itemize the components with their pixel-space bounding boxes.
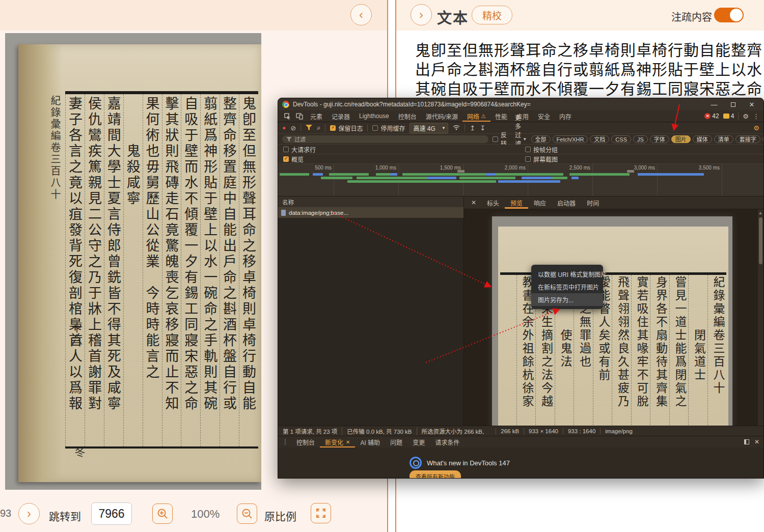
group-by-frame-checkbox[interactable]: 按帧分组 [525, 145, 558, 154]
jump-label: 跳转到 [49, 508, 81, 523]
big-request-rows-checkbox[interactable]: 大请求行 [283, 145, 316, 154]
filter-chip-CSS[interactable]: CSS [611, 135, 631, 143]
next-page-button[interactable]: › [18, 503, 40, 524]
book-scan[interactable]: 紀錄彙編卷三百八十 十六 冬 鬼卽至但無形聲耳命之移卓椅則卓椅行動自能整齊命移置… [5, 33, 261, 490]
disable-cache-checkbox[interactable]: 停用缓存 [372, 124, 405, 132]
dock-panel-icon[interactable] [744, 439, 749, 444]
request-count-summary: 第 1 项请求, 共 23 项 [278, 427, 342, 435]
devtools-tab-性能[interactable]: 性能 [490, 110, 512, 122]
filter-chip-文档[interactable]: 文档 [590, 135, 609, 143]
preserve-log-checkbox[interactable]: 保留日志 [330, 124, 363, 132]
magnifier-plus-icon [157, 508, 168, 519]
filter-funnel-icon[interactable] [306, 124, 312, 132]
context-menu-item[interactable]: 在新标签页中打开图片 [531, 281, 603, 293]
export-har-icon[interactable]: ↧ [480, 124, 485, 132]
inspect-element-icon[interactable] [281, 110, 293, 122]
error-icon: ✕ [704, 113, 711, 119]
search-icon[interactable]: ⌕ [317, 124, 320, 132]
drawer-tab-AI 辅助[interactable]: AI 辅助 [355, 436, 385, 447]
fullscreen-button[interactable] [311, 503, 331, 523]
drawer-tab-请求条件[interactable]: 请求条件 [430, 436, 465, 447]
record-icon[interactable]: ● [282, 124, 286, 131]
preview-tab-启动器[interactable]: 启动器 [552, 197, 581, 209]
devtools-tab-记录器[interactable]: 记录器 [327, 110, 354, 122]
whats-new-title[interactable]: What's new in DevTools 147 [427, 459, 510, 467]
drawer-tab-问题[interactable]: 问题 [385, 436, 407, 447]
spine-title: 紀錄彙編卷三百八十 [48, 95, 63, 201]
devtools-tab-Lighthouse[interactable]: Lighthouse [354, 110, 394, 122]
more-options-icon[interactable]: ⋮ [753, 113, 759, 120]
annotation-toggle[interactable] [714, 8, 744, 22]
options-row-1: 大请求行 按帧分组 [278, 145, 763, 154]
chevron-right-icon: › [27, 507, 31, 521]
zoom-out-button[interactable] [237, 503, 257, 524]
filter-chip-清单[interactable]: 清单 [714, 135, 733, 143]
intrinsic-ratio: 933 : 1640 [563, 428, 601, 434]
context-menu-item[interactable]: 以数据 URI 格式复制图片 [531, 268, 603, 281]
zoom-in-button[interactable] [152, 503, 173, 524]
scroll-up-icon[interactable] [759, 212, 762, 214]
issue-count[interactable]: 4 [723, 113, 734, 120]
network-conditions-icon[interactable] [453, 124, 460, 132]
devtools-titlebar[interactable]: DevTools - guji.nlc.cn/read/book?metadat… [278, 98, 763, 110]
left-header-strip [0, 0, 387, 31]
network-settings-gear-icon[interactable]: ⚙ [753, 124, 759, 132]
drawer-menu-icon[interactable]: ⋮ [279, 436, 291, 447]
filter-chip-Fetch/XHR[interactable]: Fetch/XHR [553, 135, 588, 143]
devtools-tab-网络[interactable]: 网络⚠ [462, 110, 490, 122]
filter-chip-字体[interactable]: 字体 [650, 135, 669, 143]
close-drawer-icon[interactable]: ✕ [754, 438, 759, 445]
devtools-tab-内存[interactable]: 内存 [555, 110, 576, 122]
close-window-button[interactable]: ✕ [744, 101, 759, 108]
filter-chip-JS[interactable]: JS [633, 135, 648, 143]
screenshots-checkbox[interactable]: 屏幕截图 [525, 155, 558, 163]
preview-tab-时间[interactable]: 时间 [581, 197, 605, 209]
caret-down-icon: ▾ [524, 136, 526, 142]
collapse-text-panel-button[interactable]: › [411, 4, 432, 25]
drawer-tab-控制台[interactable]: 控制台 [291, 436, 320, 447]
prev-page-button[interactable]: ‹ [350, 4, 372, 25]
jump-input[interactable] [91, 502, 132, 525]
preview-image[interactable]: 紀錄彙編卷三百八十 閉氣道士嘗見一道士能爲閉氣之身界各不扇動待其齊集實若吸住其喙… [492, 216, 732, 426]
network-overview-timeline[interactable]: 500 ms1,000 ms1,500 ms2,000 ms2,500 ms3,… [278, 164, 763, 197]
drawer-tab-新变化[interactable]: 新变化✕ [320, 436, 355, 447]
overview-checkbox[interactable]: 概览 [283, 155, 304, 163]
maximize-icon [731, 102, 735, 107]
see-all-features-button[interactable]: 查看所有新功能 [410, 470, 461, 478]
device-toolbar-icon[interactable] [293, 110, 306, 122]
devtools-tab-源代码/来源[interactable]: 源代码/来源 [421, 110, 462, 122]
filter-chip-媒体[interactable]: 媒体 [693, 135, 712, 143]
ruler-tick: 3,500 ms [689, 165, 720, 171]
scrollbar-thumb[interactable] [759, 217, 762, 264]
name-column-header[interactable]: 名称 [278, 197, 463, 208]
clear-icon[interactable]: ⊘ [290, 124, 296, 132]
magnifier-minus-icon [241, 508, 253, 519]
settings-gear-icon[interactable]: ⚙ [743, 113, 749, 120]
filter-chip-套接字[interactable]: 套接字 [735, 135, 760, 143]
maximize-button[interactable] [725, 101, 741, 108]
throttle-select[interactable]: 高速 4G ▾ [410, 123, 448, 133]
close-tab-icon[interactable]: ✕ [346, 439, 350, 445]
preview-tab-标头[interactable]: 标头 [481, 197, 505, 209]
drawer-tab-变更[interactable]: 变更 [407, 436, 430, 447]
timeline-bar [427, 177, 456, 179]
devtools-tab-安全[interactable]: 安全 [533, 110, 555, 122]
context-menu-item[interactable]: 图片另存为... [531, 293, 603, 306]
filter-chip-全部[interactable]: 全部 [531, 135, 551, 143]
preview-scrollbar[interactable] [758, 209, 763, 426]
filter-input[interactable]: 过滤 [282, 135, 488, 143]
error-count[interactable]: ✕ 42 [704, 113, 719, 120]
whats-new-drawer: What's new in DevTools 147 查看所有新功能 [278, 447, 763, 478]
filter-chip-图片[interactable]: 图片 [671, 135, 691, 143]
preview-tab-响应[interactable]: 响应 [528, 197, 552, 209]
resource-size-summary: 所选资源大小为 266 kB, [417, 427, 489, 435]
proofread-badge: 精校 [472, 6, 512, 24]
minimize-button[interactable]: — [706, 101, 722, 108]
request-row-selected[interactable]: data:image/png;base... [278, 208, 463, 218]
ruler-tick: 1,500 ms [430, 165, 461, 171]
close-detail-icon[interactable]: ✕ [466, 197, 481, 209]
import-har-icon[interactable]: ↥ [470, 124, 475, 132]
devtools-tab-元素[interactable]: 元素 [306, 110, 327, 122]
devtools-tab-控制台[interactable]: 控制台 [394, 110, 421, 122]
preview-tab-预览[interactable]: 预览 [505, 197, 528, 209]
